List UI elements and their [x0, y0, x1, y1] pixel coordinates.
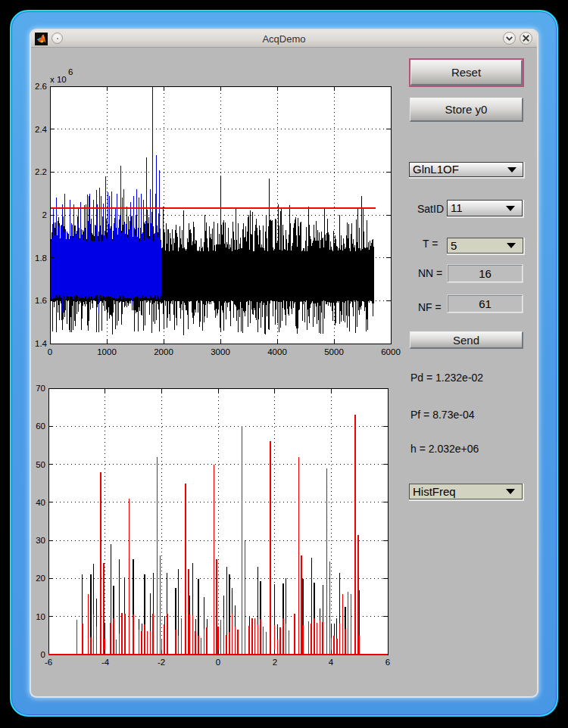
svg-text:2.6: 2.6 [35, 82, 47, 91]
svg-text:70: 70 [36, 384, 45, 393]
svg-text:10: 10 [36, 612, 45, 621]
svg-text:-2: -2 [158, 658, 165, 667]
svg-text:6: 6 [385, 658, 390, 667]
svg-text:5000: 5000 [324, 347, 344, 356]
svg-text:2000: 2000 [154, 347, 173, 356]
svg-text:1.6: 1.6 [35, 296, 47, 305]
svg-text:2.2: 2.2 [35, 167, 47, 176]
svg-text:x 10: x 10 [50, 75, 67, 84]
svg-text:2.4: 2.4 [35, 125, 48, 134]
svg-text:1000: 1000 [97, 347, 117, 356]
svg-text:50: 50 [36, 460, 45, 469]
svg-text:2: 2 [42, 210, 47, 219]
svg-text:2: 2 [273, 658, 277, 667]
svg-text:40: 40 [36, 498, 45, 507]
svg-text:30: 30 [36, 536, 45, 545]
svg-text:-4: -4 [101, 658, 110, 667]
svg-text:6: 6 [68, 67, 73, 76]
svg-text:0: 0 [216, 658, 220, 667]
svg-text:-6: -6 [45, 658, 52, 667]
svg-text:20: 20 [36, 574, 45, 583]
svg-text:0: 0 [48, 347, 52, 356]
svg-text:3000: 3000 [211, 347, 230, 356]
svg-text:4000: 4000 [267, 347, 287, 356]
svg-text:6000: 6000 [381, 347, 401, 356]
svg-text:0: 0 [41, 650, 45, 659]
svg-text:1.8: 1.8 [35, 254, 47, 263]
svg-text:1.4: 1.4 [35, 339, 48, 348]
svg-text:4: 4 [329, 658, 334, 667]
svg-text:60: 60 [36, 422, 45, 431]
